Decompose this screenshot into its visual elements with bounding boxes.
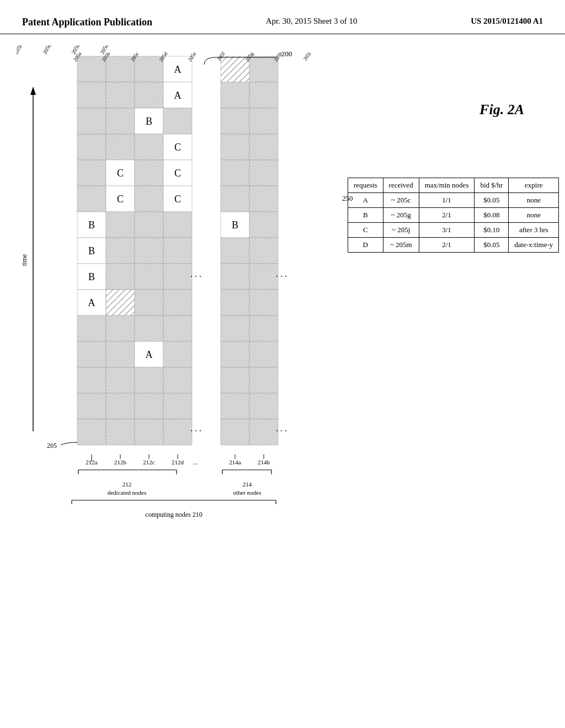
svg-rect-21 (221, 82, 249, 108)
cell-request-c: C (348, 223, 383, 238)
svg-rect-104 (163, 393, 192, 419)
svg-text:. . .: . . . (276, 269, 287, 279)
svg-text:. . .: . . . (190, 424, 201, 433)
svg-rect-66 (221, 238, 249, 264)
cell-maxmin-a: 1/1 (419, 193, 475, 208)
svg-rect-105 (221, 393, 249, 419)
svg-rect-109 (135, 419, 163, 445)
cell-received-d: ~ 205m (383, 238, 419, 253)
svg-rect-80 (221, 290, 249, 315)
publication-number: US 2015/0121400 A1 (471, 17, 543, 26)
svg-text:212c: 212c (143, 459, 155, 465)
svg-rect-24 (106, 108, 135, 134)
ref-200: 200 (281, 50, 292, 58)
svg-text:C: C (174, 168, 181, 179)
svg-text:205l: 205l (17, 45, 23, 55)
svg-rect-31 (106, 134, 135, 160)
cell-request-a: A (348, 193, 383, 208)
svg-rect-83 (106, 315, 135, 341)
col-bid: bid $/hr (475, 178, 509, 193)
cell-maxmin-c: 3/1 (419, 223, 475, 238)
svg-rect-78 (135, 290, 163, 315)
table-row: C ~ 205j 3/1 $0.10 after 3 hrs (348, 223, 559, 238)
cell-expire-c: after 3 hrs (509, 223, 559, 238)
svg-rect-48 (135, 186, 163, 212)
svg-rect-73 (221, 264, 249, 290)
svg-rect-70 (106, 264, 135, 290)
svg-text:214: 214 (243, 481, 252, 488)
svg-text:C: C (174, 194, 181, 205)
publication-date-sheet: Apr. 30, 2015 Sheet 3 of 10 (266, 17, 358, 26)
cell-maxmin-d: 2/1 (419, 238, 475, 253)
svg-rect-60 (249, 212, 278, 238)
table-section: Fig. 2A 250 requests received max/min no… (337, 45, 546, 652)
svg-rect-101 (77, 393, 106, 419)
svg-text:205i: 205i (302, 51, 312, 62)
table-row: B ~ 205g 2/1 $0.08 none (348, 208, 559, 223)
cell-expire-b: none (509, 208, 559, 223)
svg-marker-139 (30, 87, 36, 95)
svg-text:dedicated nodes: dedicated nodes (108, 489, 147, 496)
svg-rect-81 (249, 290, 278, 315)
svg-rect-63 (106, 238, 135, 264)
svg-rect-98 (163, 367, 192, 393)
svg-rect-82 (77, 315, 106, 341)
svg-text:B: B (88, 245, 95, 256)
col-expire: expire (509, 178, 559, 193)
svg-rect-106 (249, 393, 278, 419)
svg-text:A: A (146, 349, 153, 360)
svg-text:214a: 214a (229, 459, 241, 465)
svg-text:C: C (174, 142, 181, 153)
cell-expire-d: date-x:time-y (509, 238, 559, 253)
svg-rect-88 (77, 341, 106, 367)
svg-rect-95 (77, 367, 106, 393)
svg-rect-77 (106, 290, 135, 315)
svg-rect-57 (163, 212, 192, 238)
cell-expire-a: none (509, 193, 559, 208)
svg-rect-89 (106, 341, 135, 367)
svg-rect-22 (249, 82, 278, 108)
svg-rect-87 (249, 315, 278, 341)
diagram-svg: A A B (17, 45, 326, 624)
cell-received-b: ~ 205g (383, 208, 419, 223)
svg-text:B: B (232, 220, 238, 231)
cell-received-c: ~ 205j (383, 223, 419, 238)
svg-text:B: B (88, 271, 95, 282)
svg-rect-67 (249, 238, 278, 264)
cell-bid-b: $0.08 (475, 208, 509, 223)
svg-rect-56 (135, 212, 163, 238)
cell-received-a: ~ 205c (383, 193, 419, 208)
svg-text:C: C (117, 168, 124, 179)
svg-rect-17 (106, 82, 135, 108)
publication-title: Patent Application Publication (22, 17, 152, 28)
svg-rect-55 (106, 212, 135, 238)
svg-rect-32 (135, 134, 163, 160)
col-requests: requests (348, 178, 383, 193)
svg-rect-72 (163, 264, 192, 290)
svg-text:214b: 214b (258, 459, 270, 465)
svg-rect-40 (135, 160, 163, 186)
col-received: received (383, 178, 419, 193)
svg-text:B: B (146, 116, 152, 127)
svg-rect-65 (163, 238, 192, 264)
main-content: A A B (0, 34, 565, 663)
svg-rect-28 (221, 108, 249, 134)
cell-request-b: B (348, 208, 383, 223)
svg-rect-29 (249, 108, 278, 134)
svg-rect-102 (106, 393, 135, 419)
svg-rect-30 (77, 134, 106, 160)
svg-rect-100 (249, 367, 278, 393)
svg-rect-94 (249, 341, 278, 367)
svg-rect-96 (106, 367, 135, 393)
svg-rect-86 (221, 315, 249, 341)
svg-text:...: ... (193, 459, 198, 465)
svg-rect-16 (77, 82, 106, 108)
svg-rect-79 (163, 290, 192, 315)
svg-rect-112 (249, 419, 278, 445)
svg-rect-99 (221, 367, 249, 393)
table-row: A ~ 205c 1/1 $0.05 none (348, 193, 559, 208)
svg-text:212: 212 (122, 481, 132, 488)
svg-text:computing nodes 210: computing nodes 210 (145, 511, 202, 518)
svg-text:C: C (117, 194, 124, 205)
svg-rect-93 (221, 341, 249, 367)
